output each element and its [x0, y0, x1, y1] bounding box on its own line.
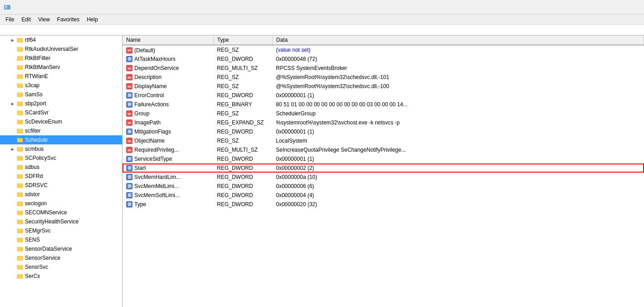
expand-arrow-icon — [9, 254, 16, 262]
menu-item-view[interactable]: View — [34, 15, 54, 24]
titlebar-left — [4, 4, 14, 11]
tree-item-scdeviceenum[interactable]: ScDeviceEnum — [0, 117, 122, 126]
table-row[interactable]: abGroupREG_SZSchedulerGroup — [123, 109, 644, 118]
expand-arrow-icon — [9, 73, 16, 80]
tree-item-sercx[interactable]: SerCx — [0, 272, 122, 281]
tree-item-sensrsvc[interactable]: SensrSvc — [0, 262, 122, 272]
reg-data-cell: 0x00000001 (1) — [272, 91, 644, 100]
menu-item-file[interactable]: File — [2, 15, 18, 24]
tree-item-sens[interactable]: SENS — [0, 235, 122, 244]
tree-item-sbp2port[interactable]: ► sbp2port — [0, 99, 122, 108]
tree-item-secomnservice[interactable]: SECOMNService — [0, 208, 122, 217]
table-row[interactable]: abDisplayNameREG_SZ@%SystemRoot%\system3… — [123, 82, 644, 91]
reg-type-cell: REG_DWORD — [213, 163, 272, 173]
folder-icon — [16, 91, 24, 98]
col-header-name: Name — [123, 35, 213, 45]
reg-type-cell: REG_DWORD — [213, 173, 272, 182]
tree-item-rtkaudiouniversalser[interactable]: RtkAudioUniversalSer — [0, 45, 122, 54]
tree-panel[interactable]: ► rtf64 RtkAudioUniversalSer RtkBtFilter… — [0, 35, 123, 307]
reg-data-cell: (value not set) — [272, 45, 644, 54]
folder-icon — [16, 64, 24, 71]
reg-type-cell: REG_DWORD — [213, 191, 272, 200]
grid-icon: ⊞ — [126, 129, 133, 135]
reg-name-text: SvcMemHardLim... — [134, 174, 181, 180]
expand-arrow-icon[interactable]: ► — [9, 145, 16, 153]
table-row[interactable]: abDescriptionREG_SZ@%SystemRoot%\system3… — [123, 73, 644, 82]
reg-data-cell: 0x00000020 (32) — [272, 200, 644, 209]
tree-item-sdstor[interactable]: sdstor — [0, 190, 122, 199]
tree-item-samss[interactable]: SamSs — [0, 90, 122, 99]
reg-name-cell: abRequiredPrivileg... — [123, 145, 213, 154]
tree-item-scfilter[interactable]: scfilter — [0, 126, 122, 135]
expand-arrow-icon[interactable]: ► — [9, 100, 16, 107]
menu-item-favorites[interactable]: Favorites — [54, 15, 83, 24]
folder-icon — [16, 200, 24, 207]
table-row[interactable]: ⊞SvcMemHardLim...REG_DWORD0x0000000a (10… — [123, 173, 644, 182]
table-row[interactable]: ⊞SvcMemMidLimi...REG_DWORD0x00000006 (6) — [123, 182, 644, 191]
table-row[interactable]: ⊞TypeREG_DWORD0x00000020 (32) — [123, 200, 644, 209]
reg-name-cell: abObjectName — [123, 136, 213, 145]
tree-item-schedule[interactable]: Schedule — [0, 135, 122, 144]
menu-item-edit[interactable]: Edit — [18, 15, 34, 24]
table-row[interactable]: ⊞MitigationFlagsREG_DWORD0x00000001 (1) — [123, 127, 644, 136]
tree-item-sensordataservice[interactable]: SensorDataService — [0, 244, 122, 253]
tree-item-sdfrd[interactable]: SDFRd — [0, 172, 122, 181]
tree-item-scardsvr[interactable]: SCardSvr — [0, 108, 122, 117]
tree-item-sensorservice[interactable]: SensorService — [0, 253, 122, 262]
tree-item-label: ScDeviceEnum — [25, 119, 62, 125]
menu-item-help[interactable]: Help — [83, 15, 102, 24]
reg-type-cell: REG_SZ — [213, 45, 272, 54]
tree-item-rtwlane[interactable]: RTWlanE — [0, 72, 122, 81]
grid-icon: ⊞ — [126, 156, 133, 162]
tree-item-scpolicysvc[interactable]: SCPolicySvc — [0, 154, 122, 163]
table-row[interactable]: abRequiredPrivileg...REG_MULTI_SZSeIncre… — [123, 145, 644, 154]
reg-data-cell: 0x00000048 (72) — [272, 54, 644, 64]
table-row[interactable]: ⊞AtTaskMaxHoursREG_DWORD0x00000048 (72) — [123, 54, 644, 64]
expand-arrow-icon — [9, 227, 16, 234]
table-row[interactable]: ⊞SvcMemSoftLimi...REG_DWORD0x00000004 (4… — [123, 191, 644, 200]
tree-item-s3cap[interactable]: s3cap — [0, 81, 122, 90]
tree-item-rtkbtfilter[interactable]: RtkBtFilter — [0, 54, 122, 63]
titlebar — [0, 0, 644, 15]
tree-item-sdrsvc[interactable]: SDRSVC — [0, 181, 122, 190]
grid-icon: ⊞ — [126, 56, 133, 62]
table-row[interactable]: ⊞ServiceSidTypeREG_DWORD0x00000001 (1) — [123, 154, 644, 163]
reg-type-cell: REG_EXPAND_SZ — [213, 118, 272, 127]
tree-item-label: RTWlanE — [25, 73, 48, 79]
maximize-button[interactable] — [599, 0, 619, 15]
reg-name-cell: ⊞Start — [123, 163, 213, 173]
reg-name-text: AtTaskMaxHours — [134, 56, 176, 62]
grid-icon: ⊞ — [126, 174, 133, 180]
reg-name-cell: abDisplayName — [123, 82, 213, 91]
reg-data-cell: SeIncreaseQuotaPrivilege SeChangeNotifyP… — [272, 145, 644, 154]
reg-name-text: DisplayName — [134, 83, 167, 89]
expand-arrow-icon — [9, 45, 16, 53]
reg-data-cell: 0x0000000a (10) — [272, 173, 644, 182]
table-row[interactable]: ⊞StartREG_DWORD0x00000002 (2) — [123, 163, 644, 173]
folder-icon — [16, 73, 24, 80]
table-row[interactable]: abImagePathREG_EXPAND_SZ%systemroot%\sys… — [123, 118, 644, 127]
folder-icon — [16, 191, 24, 198]
expand-arrow-icon — [9, 191, 16, 198]
tree-item-rtf64[interactable]: ► rtf64 — [0, 35, 122, 45]
minimize-button[interactable] — [578, 0, 599, 15]
tree-item-scmbus[interactable]: ► scmbus — [0, 144, 122, 154]
table-row[interactable]: ⊞FailureActionsREG_BINARY80 51 01 00 00 … — [123, 100, 644, 109]
table-row[interactable]: abObjectNameREG_SZLocalSystem — [123, 136, 644, 145]
tree-item-label: sdbus — [25, 164, 39, 170]
tree-item-seclogon[interactable]: seclogon — [0, 199, 122, 208]
tree-item-securityhealthservice[interactable]: SecurityHealthService — [0, 217, 122, 226]
tree-item-semgrsvc[interactable]: SEMgrSvc — [0, 226, 122, 235]
close-button[interactable] — [619, 0, 640, 15]
tree-item-rtkbtmanserv[interactable]: RtkBtManServ — [0, 63, 122, 72]
ab-icon: ab — [126, 110, 133, 117]
table-row[interactable]: abDependOnServiceREG_MULTI_SZRPCSS Syste… — [123, 64, 644, 73]
reg-name-text: SvcMemSoftLimi... — [134, 192, 180, 198]
expand-arrow-icon[interactable]: ► — [9, 36, 16, 44]
table-row[interactable]: ab(Default)REG_SZ(value not set) — [123, 45, 644, 54]
table-row[interactable]: ⊞ErrorControlREG_DWORD0x00000001 (1) — [123, 91, 644, 100]
tree-item-sdbus[interactable]: sdbus — [0, 163, 122, 172]
svg-rect-2 — [5, 7, 8, 8]
reg-name-cell: ⊞Type — [123, 200, 213, 209]
ab-icon: ab — [126, 47, 133, 54]
